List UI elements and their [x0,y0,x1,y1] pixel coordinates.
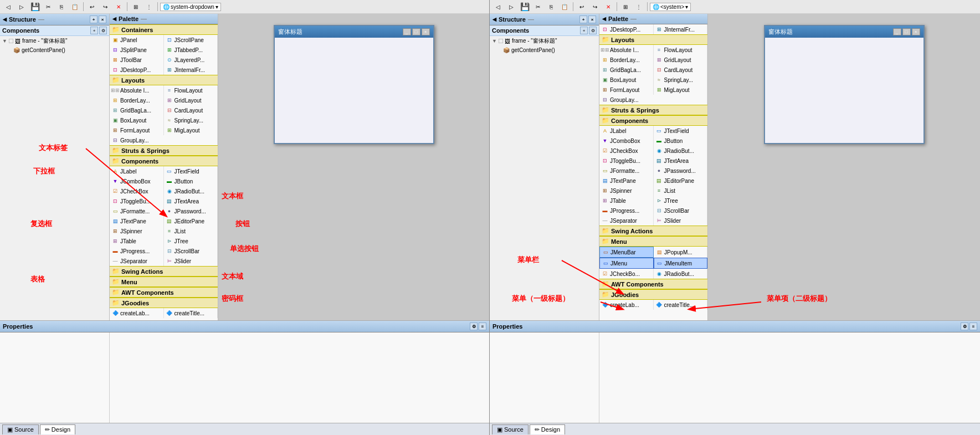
left-close-btn[interactable]: × [422,28,430,35]
right-jscrollbar-item[interactable]: ⊟ JScrollBar [654,206,708,216]
toolbar-align-btn[interactable]: ⊞ [130,1,142,12]
right-system-dropdown[interactable]: 🌐 <system> ▾ [650,3,691,11]
jradiobutton-item[interactable]: ◉ JRadioBut... [164,186,218,196]
structure-collapse-icon[interactable]: ◀ [3,17,7,22]
right-maximize-btn[interactable]: □ [902,28,911,35]
toolbar-fwd-btn[interactable]: ▷ [16,1,28,12]
flowlayout-item[interactable]: ≡ FlowLayout [164,85,218,95]
right-jtable-item[interactable]: ⊞ JTable [599,196,654,206]
jtable-item[interactable]: ⊞ JTable [110,236,164,246]
jtextarea-item[interactable]: ▤ JTextArea [164,196,218,206]
jslider-item[interactable]: ⊨ JSlider [164,256,218,266]
right-toolbar-delete-btn[interactable]: ✕ [602,1,614,12]
createlab-item-left[interactable]: 🔷 createLab... [110,308,164,318]
right-palette-collapse-icon[interactable]: ◀ [602,16,606,22]
tree-contentpane-item[interactable]: 📦 getContentPane() [0,46,109,54]
left-maximize-btn[interactable]: □ [412,28,420,35]
toolbar-save-btn[interactable]: 💾 [29,1,41,12]
jscrollbar-item[interactable]: ⊟ JScrollBar [164,246,218,256]
components-settings-btn[interactable]: ⚙ [99,27,107,34]
formlayout-item[interactable]: ⊞ FormLayout [110,125,164,135]
gridbaglayout-item[interactable]: ⊞ GridBagLa... [110,105,164,115]
right-toolbar-paste-btn[interactable]: 📋 [558,1,571,12]
components-add-btn[interactable]: + [90,27,98,34]
absolutelayout-item[interactable]: ⊞⊞ Absolute l... [110,85,164,95]
boxlayout-item[interactable]: ▣ BoxLayout [110,115,164,125]
jmenuitem-item[interactable]: ▭ JMenuItem [654,258,708,269]
props-config-btn-right[interactable]: ⚙ [961,323,968,330]
jcheckbox-item[interactable]: ☑ JCheckBox [110,186,164,196]
palette-collapse-icon[interactable]: ◀ [112,16,116,22]
right-formlayout-item[interactable]: ⊞ FormLayout [599,85,654,95]
jcheckbomenuitem-item[interactable]: ☑ JCheckBo... [599,269,654,279]
jprogressbar-item[interactable]: ▬ JProgress... [110,246,164,256]
toolbar-cut-btn[interactable]: ✂ [42,1,54,12]
jlabel-item[interactable]: A JLabel [110,166,164,176]
right-jradiobutton-item[interactable]: ◉ JRadioBut... [654,146,708,156]
toolbar-redo-btn[interactable]: ↪ [99,1,111,12]
jinternalframe-item[interactable]: ⊞ JInternalFr... [164,65,218,75]
toolbar-undo-btn[interactable]: ↩ [86,1,98,12]
right-toolbar-save-btn[interactable]: 💾 [519,1,531,12]
right-cardlayout-item[interactable]: ⊟ CardLayout [654,65,708,75]
right-toolbar-align-btn[interactable]: ⊞ [619,1,632,12]
right-createtitle-item[interactable]: 🔷 createTitle... [654,300,708,310]
right-jslider-item[interactable]: ⊨ JSlider [654,216,708,226]
structure-close-btn[interactable]: × [99,16,106,23]
right-jpassword-item[interactable]: ● JPassword... [654,166,708,176]
jmenu-item[interactable]: ▭ JMenu [599,258,654,269]
right-jbutton-item[interactable]: ▬ JButton [654,136,708,146]
right-jtextarea-item[interactable]: ▤ JTextArea [654,156,708,166]
jlayeredpane-item[interactable]: ⊙ JLayeredP... [164,55,218,65]
right-close-btn[interactable]: × [912,28,920,35]
right-borderlayout-item[interactable]: ⊞ BorderLay... [599,55,654,65]
jdesktoppane-item[interactable]: ⊡ JDesktopP... [110,65,164,75]
right-tree-frame-item[interactable]: ▼ ☐ 🖼 frame - "窗体标题" [490,36,599,46]
jtoolbar-item[interactable]: ⊠ JToolBar [110,55,164,65]
left-source-tab[interactable]: ▣ Source [2,424,39,434]
toolbar-copy-btn[interactable]: ⎘ [55,1,68,12]
right-jcheckbox-item[interactable]: ☑ JCheckBox [599,146,654,156]
jradiobuttonmenuitem-item[interactable]: ◉ JRadioBut... [654,269,708,279]
tree-frame-item[interactable]: ▼ ☐ 🖼 frame - "窗体标题" [0,36,109,46]
right-toolbar-cut-btn[interactable]: ✂ [532,1,544,12]
right-jspinner-item[interactable]: ⊞ JSpinner [599,186,654,196]
right-jinternalframe-item[interactable]: ⊞ JInternalFr... [654,24,708,34]
right-structure-collapse-icon[interactable]: ◀ [492,17,496,22]
right-toolbar-fwd-btn[interactable]: ▷ [505,1,517,12]
jtextfield-item[interactable]: ▭ JTextField [164,166,218,176]
miglayout-item[interactable]: ⊞ MigLayout [164,125,218,135]
right-jtree-item[interactable]: ⊳ JTree [654,196,708,206]
right-source-tab[interactable]: ▣ Source [492,424,529,434]
jeditorpane-item[interactable]: ▤ JEditorPane [164,216,218,226]
jbutton-item[interactable]: ▬ JButton [164,176,218,186]
right-jtogglebutton-item[interactable]: ⊡ JToggleBu... [599,156,654,166]
right-gridlayout-item[interactable]: ⊞ GridLayout [654,55,708,65]
right-jlist-item[interactable]: ≡ JList [654,186,708,196]
jtree-item[interactable]: ⊳ JTree [164,236,218,246]
jtextpane-item[interactable]: ▤ JTextPane [110,216,164,226]
system-dropdown[interactable]: 🌐 system-dropdown ▾ [160,3,221,11]
right-structure-add-btn[interactable]: + [579,16,587,23]
right-design-tab[interactable]: ✏ Design [530,424,565,434]
right-components-settings-btn[interactable]: ⚙ [589,27,597,34]
right-toolbar-undo-btn[interactable]: ↩ [576,1,588,12]
grouplayout-item[interactable]: ⊟ GroupLay... [110,135,218,145]
structure-add-btn[interactable]: + [90,16,98,23]
right-toolbar-redo-btn[interactable]: ↪ [589,1,601,12]
right-jprogressbar-item[interactable]: ▬ JProgress... [599,206,654,216]
jmenubar-item[interactable]: ▭ JMenuBar [599,247,654,258]
jtabbedpane-item[interactable]: ⊞ JTabbedP... [164,45,218,55]
right-jeditorpane-item[interactable]: ▤ JEditorPane [654,176,708,186]
right-toolbar-grid-btn[interactable]: ⋮ [633,1,645,12]
right-jformatted-item[interactable]: ▭ JFormatte... [599,166,654,176]
jcombobox-item[interactable]: ▼ JComboBox [110,176,164,186]
jpopupmenu-item[interactable]: ▤ JPopupM... [654,247,707,258]
borderlayout-item[interactable]: ⊞ BorderLay... [110,95,164,105]
palette-scroll-left[interactable]: 📁 Containers ▣ JPanel ⊡ JScrollPane [110,24,218,320]
right-jtextpane-item[interactable]: ▤ JTextPane [599,176,654,186]
jscrollpane-item[interactable]: ⊡ JScrollPane [164,35,218,45]
springlayout-item[interactable]: ≈ SpringLay... [164,115,218,125]
right-miglayout-item[interactable]: ⊞ MigLayout [654,85,708,95]
right-palette-scroll[interactable]: ⊡ JDesktopP... ⊞ JInternalFr... 📁 Layout… [599,24,707,320]
